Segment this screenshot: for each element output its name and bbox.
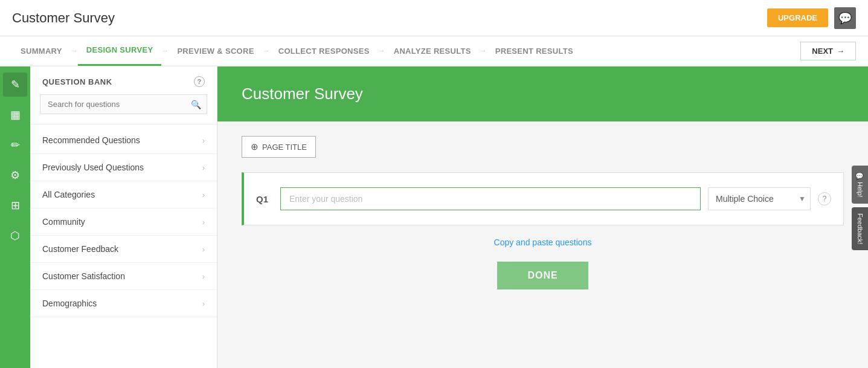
nav-bar: SUMMARY → DESIGN SURVEY → PREVIEW & SCOR… bbox=[0, 36, 868, 66]
nav-preview[interactable]: PREVIEW & SCORE bbox=[169, 36, 262, 66]
done-button[interactable]: DONE bbox=[497, 262, 588, 289]
content-area: ⊕ PAGE TITLE Q1 Multiple Choice Short An… bbox=[217, 121, 868, 304]
survey-header-title: Customer Survey bbox=[242, 85, 363, 103]
nav-summary-label: SUMMARY bbox=[21, 47, 62, 56]
question-bank-title: QUESTION BANK bbox=[42, 77, 112, 86]
question-type-select[interactable]: Multiple Choice Short Answer Long Answer… bbox=[708, 187, 811, 210]
sidebar-list: Recommended Questions › Previously Used … bbox=[30, 127, 217, 368]
sidebar-icon-edit[interactable]: ✎ bbox=[3, 73, 27, 97]
main-content: Customer Survey ⊕ PAGE TITLE Q1 Multiple… bbox=[217, 66, 868, 368]
nav-arrow-3: → bbox=[263, 47, 270, 55]
feedback-label: Feedback! bbox=[857, 213, 864, 244]
sidebar-icon-pencil[interactable]: ✏ bbox=[3, 133, 27, 157]
help-icon: 💬 bbox=[856, 172, 864, 179]
chevron-icon-customer-feedback: › bbox=[202, 245, 205, 254]
nav-design-label: DESIGN SURVEY bbox=[86, 45, 153, 54]
sidebar-item-customer-feedback[interactable]: Customer Feedback › bbox=[30, 236, 217, 263]
nav-arrow-4: → bbox=[378, 47, 385, 55]
nav-arrow-2: → bbox=[161, 47, 169, 55]
next-arrow-icon: → bbox=[837, 47, 844, 56]
top-bar: Customer Survey UPGRADE 💬 bbox=[0, 0, 868, 36]
icon-sidebar: ✎ ▦ ✏ ⚙ ⊞ ⬡ bbox=[0, 66, 30, 368]
question-type-wrapper: Multiple Choice Short Answer Long Answer… bbox=[708, 187, 811, 210]
search-input[interactable] bbox=[40, 94, 207, 114]
nav-analyze-label: ANALYZE RESULTS bbox=[394, 47, 471, 56]
next-label: NEXT bbox=[812, 47, 833, 56]
print-icon: ⬡ bbox=[10, 229, 20, 242]
sidebar-item-all-categories-label: All Categories bbox=[42, 190, 95, 199]
question-help-icon[interactable]: ? bbox=[818, 192, 831, 205]
chevron-icon-demographics: › bbox=[202, 299, 205, 308]
connect-icon: ⚙ bbox=[10, 169, 20, 182]
top-bar-actions: UPGRADE 💬 bbox=[767, 7, 856, 29]
sidebar-icon-print[interactable]: ⬡ bbox=[3, 224, 27, 248]
nav-design[interactable]: DESIGN SURVEY bbox=[78, 36, 162, 66]
page-title-label: PAGE TITLE bbox=[262, 143, 307, 152]
question-card-1: Q1 Multiple Choice Short Answer Long Ans… bbox=[242, 172, 844, 225]
chat-icon: 💬 bbox=[838, 11, 852, 25]
sidebar-icon-chart[interactable]: ▦ bbox=[3, 103, 27, 127]
copy-paste-link[interactable]: Copy and paste questions bbox=[242, 237, 844, 247]
nav-collect-label: COLLECT RESPONSES bbox=[278, 47, 370, 56]
pencil-icon: ✏ bbox=[11, 138, 20, 152]
page-title-button[interactable]: ⊕ PAGE TITLE bbox=[242, 136, 316, 158]
chevron-icon-all-categories: › bbox=[202, 190, 205, 199]
nav-analyze[interactable]: ANALYZE RESULTS bbox=[385, 36, 480, 66]
sidebar-item-demographics[interactable]: Demographics › bbox=[30, 290, 217, 317]
sidebar-item-community[interactable]: Community › bbox=[30, 208, 217, 236]
sidebar-item-previously-used[interactable]: Previously Used Questions › bbox=[30, 154, 217, 181]
right-help-panel: 💬 Help! Feedback! bbox=[852, 166, 868, 250]
sidebar-item-customer-feedback-label: Customer Feedback bbox=[42, 244, 118, 254]
nav-summary[interactable]: SUMMARY bbox=[12, 36, 71, 66]
sidebar-item-demographics-label: Demographics bbox=[42, 299, 97, 308]
question-bank-help-icon[interactable]: ? bbox=[194, 76, 205, 87]
chat-button[interactable]: 💬 bbox=[834, 7, 856, 29]
search-icon: 🔍 bbox=[191, 100, 201, 109]
sidebar-icon-connect[interactable]: ⚙ bbox=[3, 163, 27, 187]
main-layout: ✎ ▦ ✏ ⚙ ⊞ ⬡ QUESTION BANK ? 🔍 Reco bbox=[0, 66, 868, 368]
adjust-icon: ⊞ bbox=[11, 199, 20, 212]
edit-icon: ✎ bbox=[11, 78, 20, 91]
sidebar-item-community-label: Community bbox=[42, 217, 85, 227]
chevron-icon-customer-satisfaction: › bbox=[202, 272, 205, 281]
feedback-tab[interactable]: Feedback! bbox=[852, 207, 868, 250]
question-input-1[interactable] bbox=[280, 187, 701, 210]
question-number-1: Q1 bbox=[256, 194, 273, 204]
nav-preview-label: PREVIEW & SCORE bbox=[177, 47, 254, 56]
next-button[interactable]: NEXT → bbox=[800, 42, 856, 60]
question-row-1: Q1 Multiple Choice Short Answer Long Ans… bbox=[256, 187, 831, 210]
sidebar-item-all-categories[interactable]: All Categories › bbox=[30, 181, 217, 208]
nav-collect[interactable]: COLLECT RESPONSES bbox=[270, 36, 378, 66]
app-title: Customer Survey bbox=[12, 10, 115, 26]
chevron-icon-previously-used: › bbox=[202, 163, 205, 172]
survey-header: Customer Survey bbox=[217, 66, 868, 121]
nav-arrow-5: → bbox=[480, 47, 487, 55]
question-bank-panel: QUESTION BANK ? 🔍 Recommended Questions … bbox=[30, 66, 217, 368]
help-tab[interactable]: 💬 Help! bbox=[852, 166, 868, 204]
nav-present[interactable]: PRESENT RESULTS bbox=[487, 36, 582, 66]
sidebar-item-recommended-label: Recommended Questions bbox=[42, 135, 140, 145]
nav-present-label: PRESENT RESULTS bbox=[495, 47, 573, 56]
nav-arrow-1: → bbox=[71, 47, 78, 55]
upgrade-button[interactable]: UPGRADE bbox=[767, 8, 828, 27]
sidebar-item-customer-satisfaction[interactable]: Customer Satisfaction › bbox=[30, 263, 217, 290]
chart-icon: ▦ bbox=[10, 108, 21, 121]
help-label: Help! bbox=[857, 182, 864, 198]
search-box: 🔍 bbox=[40, 94, 207, 114]
sidebar-item-previously-used-label: Previously Used Questions bbox=[42, 163, 144, 172]
plus-circle-icon: ⊕ bbox=[251, 141, 259, 152]
chevron-icon-community: › bbox=[202, 218, 205, 227]
question-bank-header: QUESTION BANK ? bbox=[30, 66, 217, 94]
chevron-icon-recommended: › bbox=[202, 136, 205, 145]
sidebar-icon-adjust[interactable]: ⊞ bbox=[3, 193, 27, 218]
sidebar-divider bbox=[30, 124, 217, 124]
sidebar-item-recommended[interactable]: Recommended Questions › bbox=[30, 127, 217, 154]
sidebar-item-customer-satisfaction-label: Customer Satisfaction bbox=[42, 271, 125, 281]
